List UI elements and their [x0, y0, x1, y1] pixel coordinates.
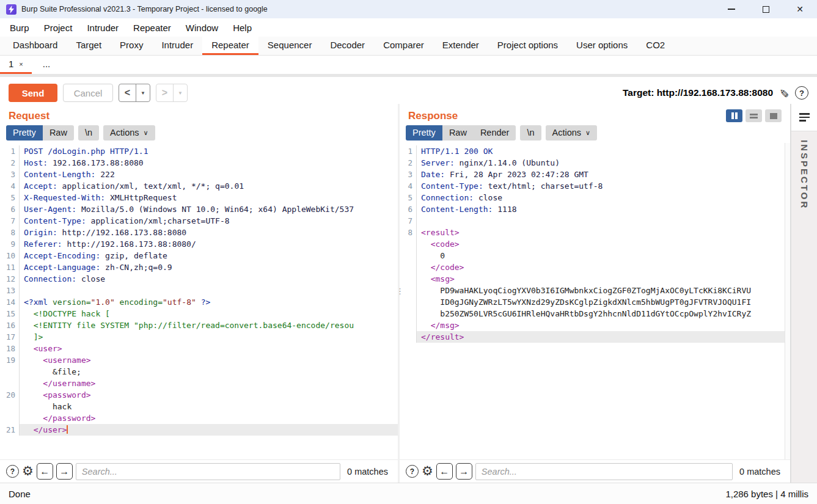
code-text: </password> — [20, 412, 398, 424]
search-prev-button[interactable]: ← — [436, 463, 453, 480]
close-button[interactable]: ✕ — [783, 0, 817, 18]
repeater-tab-1[interactable]: 1 × — [0, 56, 32, 74]
response-search-input[interactable] — [475, 463, 733, 480]
response-viewer[interactable]: 1HTTP/1.1 200 OK2Server: nginx/1.14.0 (U… — [400, 143, 790, 459]
line-number: 18 — [0, 343, 20, 354]
code-row: 21 </user> — [0, 424, 398, 436]
response-tab-render[interactable]: Render — [474, 125, 516, 141]
tab-intruder[interactable]: Intruder — [152, 37, 202, 55]
line-number: 13 — [0, 285, 20, 296]
request-tab-actions[interactable]: Actions∨ — [103, 125, 155, 141]
request-search-input[interactable] — [76, 463, 340, 480]
tab-sequencer[interactable]: Sequencer — [258, 37, 321, 55]
line-number: 16 — [0, 320, 20, 331]
code-row: <code> — [400, 238, 790, 250]
tab-co2[interactable]: CO2 — [637, 37, 674, 55]
chevron-down-icon: ∨ — [144, 129, 148, 137]
line-number: 11 — [0, 261, 20, 273]
search-settings-icon[interactable]: ⚙ — [422, 464, 433, 477]
menu-window[interactable]: Window — [178, 20, 225, 35]
code-text: ID0gJGNyZWRzLT5wYXNzd29yZDsKCglpZigkdXNl… — [417, 296, 790, 308]
send-button[interactable]: Send — [9, 84, 57, 102]
tab-target[interactable]: Target — [67, 37, 111, 55]
search-next-button[interactable]: → — [456, 463, 472, 480]
response-scrollbar[interactable] — [785, 143, 790, 459]
code-row: 1HTTP/1.1 200 OK — [400, 145, 790, 157]
menu-intruder[interactable]: Intruder — [79, 20, 126, 35]
edit-target-icon[interactable]: ✎ — [777, 88, 791, 98]
request-tab-n[interactable]: \n — [78, 125, 99, 141]
minimize-button[interactable] — [714, 0, 749, 18]
response-tab-raw[interactable]: Raw — [442, 125, 474, 141]
tab-extender[interactable]: Extender — [433, 37, 488, 55]
menu-repeater[interactable]: Repeater — [126, 20, 178, 35]
repeater-tab-more[interactable]: ... — [32, 56, 62, 74]
cancel-button[interactable]: Cancel — [63, 84, 113, 102]
tab-project-options[interactable]: Project options — [488, 37, 567, 55]
line-number: 9 — [0, 238, 20, 250]
code-row: 3Content-Length: 222 — [0, 169, 398, 180]
search-prev-button[interactable]: ← — [37, 463, 53, 480]
line-number: 12 — [0, 273, 20, 285]
search-help-icon[interactable]: ? — [406, 465, 419, 478]
code-row: 6Content-Length: 1118 — [400, 203, 790, 215]
request-search-bar: ? ⚙ ← → 0 matches — [0, 459, 398, 483]
request-tab-raw[interactable]: Raw — [43, 125, 74, 141]
inspector-collapsed-panel[interactable]: INSPECTOR — [791, 131, 817, 483]
request-tab-pretty[interactable]: Pretty — [6, 125, 43, 141]
line-number — [0, 366, 20, 378]
chevron-down-icon: ∨ — [585, 129, 590, 137]
menu-project[interactable]: Project — [37, 20, 80, 35]
layout-single-button[interactable] — [765, 109, 782, 122]
line-number — [400, 308, 417, 320]
request-editor[interactable]: 1POST /doLogin.php HTTP/1.12Host: 192.16… — [0, 143, 398, 459]
tab-proxy[interactable]: Proxy — [111, 37, 152, 55]
forward-arrow-icon: > — [156, 87, 173, 98]
line-number: 1 — [400, 145, 417, 157]
line-number: 8 — [0, 227, 20, 238]
code-text: b250ZW50LVR5cGU6IHRleHQvaHRtbDsgY2hhcnNl… — [417, 308, 790, 320]
search-settings-icon[interactable]: ⚙ — [22, 464, 34, 477]
response-tab-pretty[interactable]: Pretty — [406, 125, 442, 141]
code-row: 0 — [400, 250, 790, 261]
line-number: 20 — [0, 389, 20, 401]
history-back-button[interactable]: < ▼ — [119, 84, 150, 102]
code-row: 3Date: Fri, 28 Apr 2023 02:47:28 GMT — [400, 169, 790, 180]
code-row: </result> — [400, 331, 790, 343]
code-row: ID0gJGNyZWRzLT5wYXNzd29yZDsKCglpZigkdXNl… — [400, 296, 790, 308]
forward-dropdown-icon[interactable]: ▼ — [174, 90, 187, 96]
code-row: </username> — [0, 378, 398, 389]
inspector-menu-icon[interactable] — [791, 104, 817, 131]
tab-dashboard[interactable]: Dashboard — [4, 37, 67, 55]
response-tab-n[interactable]: \n — [520, 125, 541, 141]
code-text: Content-Length: 1118 — [417, 203, 790, 215]
tab-user-options[interactable]: User options — [567, 37, 637, 55]
code-row: 15 <!DOCTYPE hack [ — [0, 308, 398, 320]
history-forward-button[interactable]: > ▼ — [156, 84, 188, 102]
code-row: <msg> — [400, 273, 790, 285]
line-number — [400, 273, 417, 285]
layout-columns-button[interactable] — [726, 109, 742, 122]
menu-help[interactable]: Help — [225, 20, 259, 35]
code-row: </password> — [0, 412, 398, 424]
search-help-icon[interactable]: ? — [6, 465, 19, 478]
tab-comparer[interactable]: Comparer — [374, 37, 433, 55]
tab-decoder[interactable]: Decoder — [321, 37, 374, 55]
tab-close-icon[interactable]: × — [19, 60, 23, 68]
help-icon[interactable]: ? — [795, 86, 808, 100]
repeater-toolbar: Send Cancel < ▼ > ▼ Target: http://192.1… — [0, 80, 817, 106]
inspector-label: INSPECTOR — [799, 140, 810, 483]
maximize-icon — [763, 6, 769, 13]
response-tab-actions[interactable]: Actions∨ — [546, 125, 598, 141]
layout-rows-button[interactable] — [746, 109, 762, 122]
code-row: </code> — [400, 261, 790, 273]
back-dropdown-icon[interactable]: ▼ — [136, 90, 150, 96]
code-row: PD9waHAKLyoqCiogYXV0b3I6IGMwbnkxCiogZGF0… — [400, 285, 790, 296]
window-title: Burp Suite Professional v2021.3 - Tempor… — [21, 5, 268, 13]
search-next-button[interactable]: → — [56, 463, 73, 480]
maximize-button[interactable] — [749, 0, 783, 18]
tab-repeater[interactable]: Repeater — [202, 37, 258, 55]
menu-burp[interactable]: Burp — [2, 20, 37, 35]
code-row: 5X-Requested-With: XMLHttpRequest — [0, 192, 398, 203]
line-number: 14 — [0, 296, 20, 308]
